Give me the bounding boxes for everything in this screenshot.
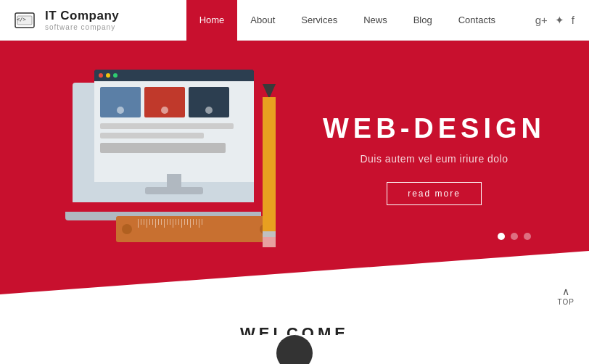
ruler-circle-left [122,224,132,234]
tile-red [144,87,185,117]
monitor-tiles [100,87,248,117]
social-icons: g+ ✦ f [535,14,574,27]
svg-text:</>: </> [17,17,26,22]
facebook-icon[interactable]: f [572,14,574,26]
dot-red [99,73,103,78]
nav-item-home[interactable]: Home [186,0,238,41]
monitor-line1 [100,123,234,129]
hero-text: WEB-DESIGN Duis autem vel eum iriure dol… [323,113,545,205]
nav-item-news[interactable]: News [350,0,400,41]
logo: </> IT Company software company [15,9,160,31]
tile-dark [189,87,229,117]
monitor-stand-neck [167,174,181,187]
hero-heading: WEB-DESIGN [323,113,545,144]
ruler [116,216,276,242]
hero-dot-1[interactable] [498,233,505,240]
top-label: TOP [558,298,574,306]
tile-blue [100,87,141,117]
google-plus-icon[interactable]: g+ [535,14,548,26]
ruler-ticks [138,219,254,228]
nav-item-blog[interactable]: Blog [400,0,445,41]
monitor-screen [94,70,254,182]
pencil-eraser [263,237,276,247]
logo-title: IT Company [45,9,119,23]
hero-dot-3[interactable] [524,233,531,240]
monitor [87,70,261,200]
nav-item-contacts[interactable]: Contacts [445,0,508,41]
hero-dot-2[interactable] [511,233,518,240]
monitor-line2 [100,133,204,138]
hero-read-more-button[interactable]: read more [387,182,482,205]
dot-green [113,73,118,78]
hero-illustration [58,62,297,302]
top-button[interactable]: ∧ TOP [558,286,574,306]
bottom-circle-icon [276,335,313,364]
hero-dots [498,233,531,240]
top-arrow-icon: ∧ [562,286,569,297]
pencil-tip [263,84,276,99]
logo-text: IT Company software company [45,9,119,31]
bottom-icons [0,335,589,364]
main-nav: Home About Services News Blog Contacts [160,0,535,41]
pencil-body [263,97,276,231]
pencil-eraser-band [263,231,276,237]
hero-section: WEB-DESIGN Duis autem vel eum iriure dol… [0,41,589,309]
hero-subtext: Duis autem vel eum iriure dolo [323,153,545,165]
header: </> IT Company software company Home Abo… [0,0,589,41]
logo-subtitle: software company [45,23,119,31]
logo-icon: </> [15,10,38,30]
dot-yellow [106,73,110,78]
monitor-line3 [100,143,226,153]
pencil [263,84,276,244]
monitor-stand-base [145,187,203,194]
twitter-icon[interactable]: ✦ [555,14,564,27]
nav-item-about[interactable]: About [237,0,288,41]
nav-item-services[interactable]: Services [288,0,350,41]
